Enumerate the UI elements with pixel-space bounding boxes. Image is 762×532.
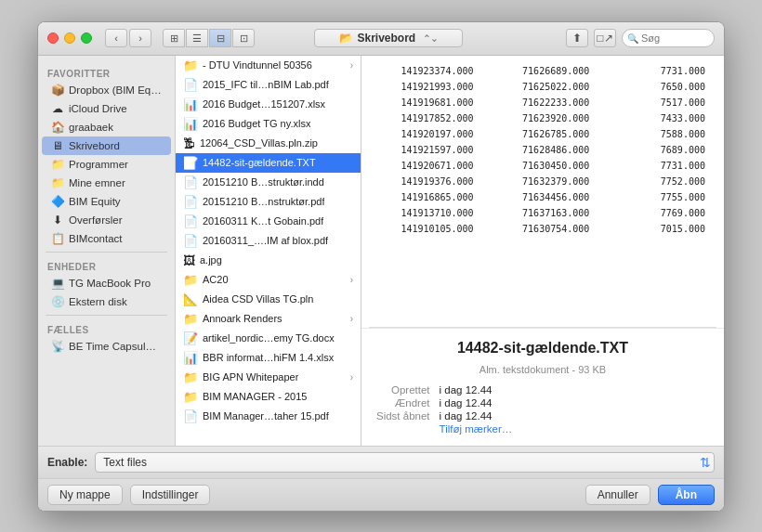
- sidebar-item-mine-emner[interactable]: 📁 Mine emner: [42, 174, 171, 192]
- close-button[interactable]: [47, 32, 59, 44]
- sidebar-section-faelles: Fælles: [38, 319, 175, 337]
- preview-number-cell: 7755.000: [600, 189, 716, 205]
- pdf-icon: 📄: [183, 234, 198, 248]
- file-name: 20151210 B…struktør.indd: [203, 176, 324, 188]
- folder-title: Skrivebord: [357, 32, 415, 45]
- file-item-12064csd[interactable]: 🗜 12064_CSD_Villas.pln.zip: [176, 134, 361, 153]
- preview-number-cell: 141919681.000: [369, 95, 485, 110]
- sidebar-item-bim-equity[interactable]: 🔷 BIM Equity: [42, 192, 171, 211]
- tags-link[interactable]: Tilføj mærker…: [440, 423, 709, 435]
- file-item-20160311k[interactable]: 📄 20160311 K…t Gobain.pdf: [176, 212, 361, 231]
- view-icon-btn[interactable]: ⊞: [163, 29, 185, 47]
- chevron-right-icon: ›: [350, 314, 353, 324]
- file-item-bbr[interactable]: 📊 BBR informat…hiFM 1.4.xlsx: [176, 348, 361, 368]
- share-button[interactable]: □↗: [594, 29, 616, 47]
- file-name: - DTU Vindtunnel 50356: [203, 59, 312, 71]
- file-item-aideacsd[interactable]: 📐 Aidea CSD Villas TG.pln: [176, 290, 361, 309]
- pdf-icon: 📄: [183, 78, 198, 92]
- sidebar-label: Programmer: [69, 159, 128, 170]
- view-gallery-btn[interactable]: ⊡: [232, 29, 255, 47]
- maximize-button[interactable]: [81, 32, 92, 44]
- xlsx-icon: 📊: [183, 117, 198, 131]
- file-item-bimmanager[interactable]: 📁 BIM MANAGER - 2015: [176, 387, 361, 407]
- file-name: 2015_IFC til…nBIM Lab.pdf: [203, 79, 329, 90]
- aabn-button[interactable]: Åbn: [658, 485, 715, 505]
- indstillinger-button[interactable]: Indstillinger: [130, 485, 211, 505]
- disk-icon: 💿: [51, 295, 64, 308]
- file-name: 2016 Budget…151207.xlsx: [203, 98, 325, 110]
- sidebar-item-time-capsule[interactable]: 📡 BE Time Capsule 01: [42, 337, 171, 356]
- sidebar-label: Ekstern disk: [69, 296, 127, 307]
- meta-value-aendret: i dag 12.44: [440, 397, 709, 409]
- preview-number-cell: 7517.000: [600, 95, 716, 110]
- sidebar-label: Mine emner: [69, 177, 125, 188]
- sidebar-label: Overførsler: [69, 214, 123, 226]
- preview-number-cell: 141910105.000: [369, 221, 485, 237]
- file-item-dtu[interactable]: 📁 - DTU Vindtunnel 50356 ›: [176, 56, 361, 75]
- toolbar-right: ⬆ □↗ 🔍: [566, 29, 715, 47]
- file-name: Aidea CSD Villas TG.pln: [203, 293, 313, 305]
- pln-icon: 📐: [183, 292, 198, 306]
- file-item-artikel[interactable]: 📝 artikel_nordic…emy TG.docx: [176, 329, 361, 348]
- sidebar-item-graabaek[interactable]: 🏠 graabaek: [42, 118, 171, 136]
- preview-area: 141923374.00071626689.0007731.0001419219…: [361, 56, 724, 446]
- ny-mappe-button[interactable]: Ny mappe: [47, 485, 123, 505]
- upload-button[interactable]: ⬆: [566, 29, 588, 47]
- sidebar-divider: [46, 252, 167, 253]
- sidebar-item-overfoersler[interactable]: ⬇ Overførsler: [42, 211, 171, 229]
- desktop-icon: 🖥: [51, 139, 64, 152]
- footer-buttons: Ny mappe Indstillinger Annuller Åbn: [38, 478, 724, 511]
- sidebar-item-programmer[interactable]: 📁 Programmer: [42, 155, 171, 174]
- file-name: BBR informat…hiFM 1.4.xlsx: [203, 352, 334, 363]
- sidebar-item-icloud[interactable]: ☁ iCloud Drive: [42, 99, 171, 118]
- sidebar-section-enheder: Enheder: [38, 256, 175, 274]
- folder-icon: 📁: [183, 58, 198, 72]
- folder-icon: 📂: [339, 32, 353, 45]
- file-item-annoark[interactable]: 📁 Annoark Renders ›: [176, 309, 361, 329]
- sidebar-item-dropbox[interactable]: 📦 Dropbox (BIM Equ…: [42, 81, 171, 99]
- sidebar-label: TG MacBook Pro: [69, 278, 151, 289]
- preview-info-panel: 14482-sit-gældende.TXT Alm. tekstdokumen…: [361, 328, 724, 446]
- file-name: 20160311_….IM af blox.pdf: [203, 235, 328, 246]
- sidebar: Favoritter 📦 Dropbox (BIM Equ… ☁ iCloud …: [38, 56, 176, 446]
- preview-number-cell: 141913710.000: [369, 205, 485, 221]
- file-item-ac20[interactable]: 📁 AC20 ›: [176, 270, 361, 290]
- forward-button[interactable]: ›: [129, 29, 151, 47]
- file-type-select[interactable]: All files Text files PDF files Images: [95, 452, 715, 473]
- sidebar-item-bimcontact[interactable]: 📋 BIMcontact: [42, 229, 171, 248]
- file-item-20160311im[interactable]: 📄 20160311_….IM af blox.pdf: [176, 231, 361, 251]
- file-item-bimmanagerpdf[interactable]: 📄 BIM Manager…taher 15.pdf: [176, 407, 361, 426]
- sidebar-item-skrivebord[interactable]: 🖥 Skrivebord: [42, 136, 171, 155]
- view-list-btn[interactable]: ☰: [186, 29, 208, 47]
- download-icon: ⬇: [51, 214, 64, 227]
- sidebar-item-ekstern[interactable]: 💿 Ekstern disk: [42, 292, 171, 311]
- file-name: artikel_nordic…emy TG.docx: [203, 332, 335, 344]
- view-column-btn[interactable]: ⊟: [209, 29, 231, 47]
- xlsx-icon: 📊: [183, 351, 198, 365]
- file-item-2015ifc[interactable]: 📄 2015_IFC til…nBIM Lab.pdf: [176, 75, 361, 95]
- nav-buttons: ‹ ›: [105, 29, 151, 47]
- file-item-2016budgetny[interactable]: 📊 2016 Budget TG ny.xlsx: [176, 114, 361, 134]
- folder-label: 📂 Skrivebord ⌃⌄: [314, 29, 463, 47]
- txt-icon: 📝: [183, 156, 198, 170]
- file-item-14482sit[interactable]: 📝 14482-sit-gældende.TXT: [176, 153, 361, 173]
- file-item-ajpg[interactable]: 🖼 a.jpg: [176, 251, 361, 270]
- bim-icon: 🔷: [51, 195, 64, 208]
- preview-number-cell: 71630754.000: [485, 221, 601, 237]
- file-item-20151210bpdf[interactable]: 📄 20151210 B…nstruktør.pdf: [176, 192, 361, 212]
- search-wrapper: 🔍: [622, 29, 715, 47]
- preview-number-cell: 7752.000: [600, 174, 716, 189]
- enable-label: Enable:: [47, 456, 87, 469]
- preview-number-cell: 71625022.000: [485, 79, 601, 95]
- minimize-button[interactable]: [64, 32, 75, 44]
- preview-number-cell: 7433.000: [600, 110, 716, 126]
- folder-icon: 📁: [51, 158, 64, 171]
- annuller-button[interactable]: Annuller: [585, 485, 650, 505]
- file-item-2016budget[interactable]: 📊 2016 Budget…151207.xlsx: [176, 95, 361, 114]
- file-item-bigapn[interactable]: 📁 BIG APN Whitepaper ›: [176, 368, 361, 387]
- file-name: 20151210 B…nstruktør.pdf: [203, 196, 324, 207]
- sidebar-item-macbook[interactable]: 💻 TG MacBook Pro: [42, 274, 171, 292]
- back-button[interactable]: ‹: [105, 29, 127, 47]
- file-item-20151210b[interactable]: 📄 20151210 B…struktør.indd: [176, 173, 361, 192]
- search-input[interactable]: [622, 29, 715, 47]
